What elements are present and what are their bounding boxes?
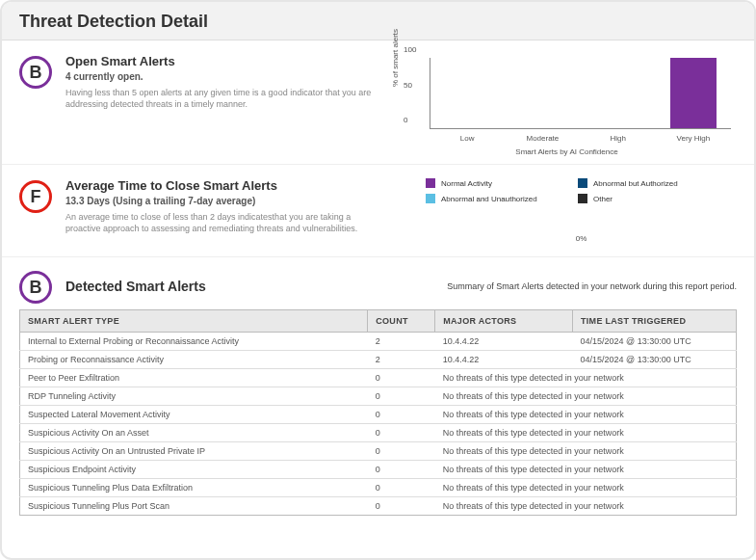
col-time: TIME LAST TRIGGERED: [573, 310, 737, 333]
legend-label: Abnormal and Unauthorized: [441, 195, 537, 203]
grade-badge-detected: B: [19, 271, 52, 304]
legend-label: Other: [593, 195, 613, 203]
table-row: Suspicious Activity On an Untrusted Priv…: [20, 442, 737, 461]
legend-item: Normal Activity: [426, 178, 560, 188]
chart-xlabel: Low: [430, 134, 505, 143]
activity-legend: Normal ActivityAbnormal but AuthorizedAb…: [426, 178, 737, 203]
avg-close-desc: An average time to close of less than 2 …: [65, 212, 383, 234]
table-row: Suspicious Tunneling Plus Data Exfiltrat…: [20, 479, 737, 497]
legend-swatch: [426, 178, 435, 188]
grade-badge-avg: F: [19, 180, 52, 213]
chart-ytick: 0: [404, 116, 407, 124]
chart-xlabel: Very High: [656, 134, 731, 143]
open-alerts-section: B Open Smart Alerts 4 currently open. Ha…: [2, 40, 754, 165]
avg-close-subtitle: 13.3 Days (Using a trailing 7-day averag…: [65, 196, 383, 206]
chart-ytick: 50: [404, 80, 412, 89]
legend-item: Other: [578, 194, 713, 203]
table-row: Probing or Reconnaissance Activity210.4.…: [20, 351, 737, 369]
legend-swatch: [578, 178, 587, 188]
table-row: Suspicious Tunneling Plus Port Scan0No t…: [20, 497, 737, 516]
legend-swatch: [578, 194, 587, 203]
table-row: Suspected Lateral Movement Activity0No t…: [20, 406, 737, 424]
detected-alerts-header: B Detected Smart Alerts Summary of Smart…: [2, 257, 754, 309]
legend-item: Abnormal and Unauthorized: [426, 194, 560, 203]
detected-alerts-summary: Summary of Smart Alerts detected in your…: [447, 281, 737, 291]
col-actors: MAJOR ACTORS: [435, 310, 573, 333]
confidence-bar-chart: % of smart alerts 050100 LowModerateHigh…: [397, 54, 737, 150]
avg-close-section: F Average Time to Close Smart Alerts 13.…: [2, 165, 754, 257]
open-alerts-title: Open Smart Alerts: [65, 54, 383, 68]
table-row: Internal to External Probing or Reconnai…: [20, 333, 737, 351]
table-row: RDP Tunneling Activity0No threats of thi…: [20, 387, 737, 406]
legend-swatch: [426, 194, 435, 203]
table-row: Suspicious Activity On an Asset0No threa…: [20, 424, 737, 442]
chart-ylabel: % of smart alerts: [391, 29, 400, 87]
page-title: Threat Detection Detail: [19, 12, 737, 32]
chart-title: Smart Alerts by AI Confidence: [397, 147, 737, 156]
chart-ytick: 100: [404, 45, 416, 54]
table-row: Suspicious Endpoint Activity0No threats …: [20, 461, 737, 479]
detected-alerts-table: SMART ALERT TYPE COUNT MAJOR ACTORS TIME…: [19, 309, 737, 516]
open-alerts-subtitle: 4 currently open.: [65, 71, 383, 82]
avg-close-title: Average Time to Close Smart Alerts: [65, 178, 383, 193]
chart-xlabel: High: [581, 134, 656, 143]
donut-center-label: 0%: [426, 234, 737, 243]
detected-alerts-title: Detected Smart Alerts: [65, 279, 206, 294]
col-count: COUNT: [368, 310, 435, 333]
chart-bar: [670, 58, 717, 128]
open-alerts-desc: Having less than 5 open alerts at any gi…: [65, 88, 383, 110]
grade-badge-open: B: [19, 56, 52, 89]
chart-xlabel: Moderate: [505, 134, 580, 143]
table-row: Peer to Peer Exfiltration0No threats of …: [20, 369, 737, 387]
col-alert-type: SMART ALERT TYPE: [20, 310, 368, 333]
page-header: Threat Detection Detail: [2, 2, 754, 40]
legend-label: Abnormal but Authorized: [593, 179, 678, 188]
legend-item: Abnormal but Authorized: [578, 178, 713, 188]
legend-label: Normal Activity: [441, 179, 492, 188]
